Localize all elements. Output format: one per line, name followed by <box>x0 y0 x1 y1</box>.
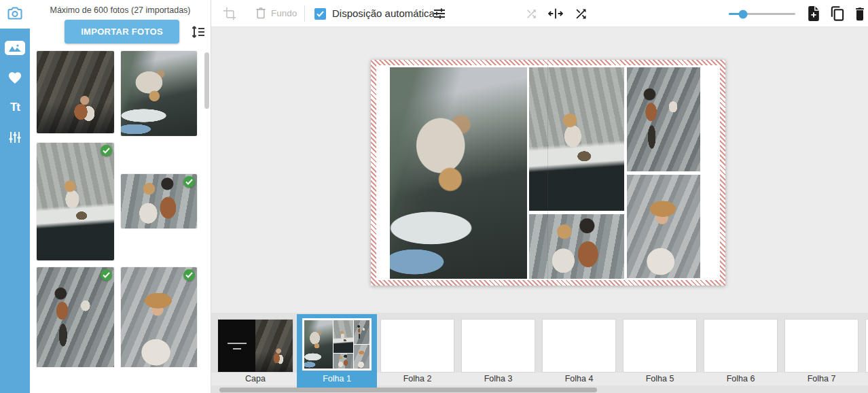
page-label-folha-5[interactable]: Folha 5 <box>623 374 696 385</box>
photobook-editor: Tt Máximo de 600 fotos (27 importadas) I… <box>0 0 868 393</box>
page-item-folha-2[interactable] <box>381 320 454 372</box>
photo-thumbnail-man-leaning-on-rocks[interactable] <box>37 267 114 369</box>
photo-limit-text: Máximo de 600 fotos (27 importadas) <box>30 5 211 15</box>
tool-rail-background: Tt <box>0 29 30 393</box>
trash-icon <box>255 6 267 20</box>
crop-icon[interactable] <box>223 7 236 20</box>
text-icon: Tt <box>10 101 20 114</box>
book-spread <box>371 60 725 286</box>
photo-panel-footer <box>30 367 211 393</box>
page-label-folha-7[interactable]: Folha 7 <box>785 374 858 385</box>
zoom-slider[interactable] <box>729 13 795 15</box>
sidebar-item-layouts[interactable] <box>0 124 30 151</box>
canvas <box>211 27 868 313</box>
photo-used-check-icon <box>101 145 112 156</box>
photo-panel: Máximo de 600 fotos (27 importadas) IMPO… <box>30 0 211 393</box>
sidebar-item-photos[interactable] <box>0 34 30 61</box>
tool-rail: Tt <box>0 0 30 393</box>
add-page-icon[interactable] <box>806 5 821 22</box>
page-thumb-folha-1 <box>302 318 372 371</box>
photo-thumbnail-couple-standing[interactable] <box>121 174 197 228</box>
spread-photo-couple-standing[interactable] <box>529 214 624 279</box>
toolbar: Fundo Disposição automática <box>211 0 868 27</box>
shuffle-back-icon[interactable] <box>525 7 538 20</box>
background-button-label: Fundo <box>271 8 297 18</box>
page-filmstrip: Capa Folha 1 Folha 2 Folha 3 Folha 4 Fol… <box>211 313 868 393</box>
duplicate-page-icon[interactable] <box>829 5 845 22</box>
image-icon <box>5 41 25 55</box>
page-label-folha-1[interactable]: Folha 1 <box>297 374 377 383</box>
auto-layout-checkbox[interactable] <box>314 8 326 20</box>
heart-icon <box>7 71 22 84</box>
delete-page-icon[interactable] <box>853 6 867 21</box>
vertical-sliders-icon <box>8 131 22 144</box>
filmstrip-scrollbar[interactable] <box>219 388 597 392</box>
page-item-folha-6[interactable] <box>704 320 777 372</box>
page-item-folha-3[interactable] <box>462 320 535 372</box>
page-item-folha-1-selected[interactable]: Folha 1 <box>297 314 377 388</box>
photo-thumbnail-woman-in-hat[interactable] <box>121 267 197 369</box>
photo-used-check-icon <box>101 269 112 281</box>
photo-used-check-icon <box>183 269 195 281</box>
photo-panel-scrollbar[interactable] <box>204 52 209 109</box>
page-item-folha-5[interactable] <box>623 320 696 372</box>
spread-photo-woman-in-hat[interactable] <box>627 175 700 278</box>
photo-used-check-icon <box>183 176 195 188</box>
sort-order-icon[interactable] <box>190 24 206 40</box>
photo-thumbnail-couple-on-walkway[interactable] <box>37 51 114 133</box>
page-label-capa[interactable]: Capa <box>218 374 293 385</box>
work-area: Fundo Disposição automática <box>211 0 868 393</box>
page-item-folha-4[interactable] <box>543 320 615 372</box>
cover-front-black <box>218 320 255 372</box>
page-label-folha-6[interactable]: Folha 6 <box>704 374 777 385</box>
spread-photo-woman-leaning-from-boat[interactable] <box>390 67 527 279</box>
page-label-folha-3[interactable]: Folha 3 <box>462 374 535 385</box>
auto-layout-label: Disposição automática <box>332 7 435 19</box>
sidebar-item-text[interactable]: Tt <box>0 94 30 121</box>
page-label-folha-4[interactable]: Folha 4 <box>543 374 615 385</box>
spread-photo-man-leaning-on-rocks[interactable] <box>627 67 700 171</box>
page-item-capa[interactable] <box>218 320 293 372</box>
page-item-folha-7[interactable] <box>785 320 858 372</box>
sidebar-item-favorites[interactable] <box>0 64 30 91</box>
page-label-folha-2[interactable]: Folha 2 <box>381 374 454 385</box>
zoom-slider-thumb[interactable] <box>738 10 747 18</box>
delete-background-button[interactable]: Fundo <box>255 6 297 20</box>
layout-settings-icon[interactable] <box>433 7 446 20</box>
cover-photo <box>255 320 293 372</box>
toolbar-divider <box>304 5 305 22</box>
shuffle-icon[interactable] <box>574 7 588 21</box>
camera-icon[interactable] <box>7 5 23 21</box>
import-photos-button[interactable]: IMPORTAR FOTOS <box>65 20 179 44</box>
photo-thumbnail-woman-sitting-on-boat[interactable] <box>37 143 114 260</box>
photo-thumbnail-woman-leaning-from-boat[interactable] <box>121 51 197 136</box>
spread-photo-woman-sitting-on-boat[interactable] <box>529 67 624 211</box>
split-pages-icon[interactable] <box>548 7 563 20</box>
